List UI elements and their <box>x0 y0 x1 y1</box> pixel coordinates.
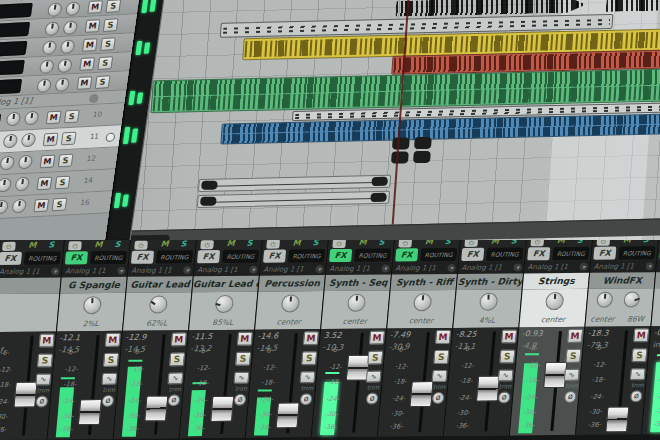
power-icon[interactable]: ⏻ <box>68 241 82 250</box>
volume-knob[interactable] <box>47 2 63 17</box>
phase-button[interactable]: ø <box>300 393 313 405</box>
fader-cap[interactable] <box>276 402 300 428</box>
track-name-box[interactable] <box>0 3 33 19</box>
routing-button[interactable]: ROUTING <box>420 248 457 261</box>
power-icon[interactable]: ⏻ <box>266 240 280 249</box>
volume-knob[interactable] <box>24 111 40 126</box>
input-row[interactable]: Analog 1 [1▾ <box>260 263 327 276</box>
strip-name[interactable]: Guitar Lead <box>126 276 193 293</box>
volume-knob[interactable] <box>60 39 76 54</box>
mute-button[interactable]: M <box>46 111 62 125</box>
trim-envelope-button[interactable]: ∿ <box>167 372 183 384</box>
mute-button[interactable]: M <box>79 57 95 71</box>
item-dark-wave-2[interactable] <box>606 0 660 12</box>
mute-button[interactable]: M <box>85 19 101 33</box>
mute-button[interactable]: M <box>237 332 253 346</box>
solo-button[interactable]: S <box>97 56 113 70</box>
phase-button[interactable]: ø <box>564 391 577 403</box>
input-dropdown-icon[interactable]: ▾ <box>51 267 60 275</box>
strip-name[interactable]: Synth - Dirty <box>457 273 524 290</box>
routing-button[interactable]: ROUTING <box>90 251 127 264</box>
volume-knob[interactable] <box>11 199 27 214</box>
strip-name[interactable]: Strings <box>523 273 590 290</box>
mute-button[interactable]: M <box>39 333 55 347</box>
fx-button[interactable]: FX <box>65 251 88 264</box>
track-name-box[interactable] <box>0 22 30 38</box>
item-envelope-1[interactable] <box>198 175 391 192</box>
routing-button[interactable]: ROUTING <box>156 250 193 263</box>
fx-button[interactable]: FX <box>395 248 418 261</box>
strip-name[interactable]: Percussion <box>258 275 325 292</box>
fader-cap[interactable] <box>144 395 168 421</box>
pan-knob[interactable] <box>0 178 12 193</box>
input-dropdown-icon[interactable]: ▾ <box>183 266 192 274</box>
pan-knob[interactable] <box>83 296 103 314</box>
trim-envelope-button[interactable]: ∿ <box>498 369 514 381</box>
volume-knob[interactable] <box>0 156 15 171</box>
width-knob[interactable] <box>623 291 640 307</box>
routing-button[interactable]: ROUTING <box>288 249 325 262</box>
solo-button[interactable]: S <box>103 353 119 367</box>
mute-button[interactable]: M <box>40 155 56 169</box>
fx-button[interactable]: FX <box>197 250 220 263</box>
pan-knob[interactable] <box>39 59 55 74</box>
input-dropdown-icon[interactable]: ▾ <box>315 265 324 273</box>
mute-button[interactable]: M <box>87 0 103 14</box>
power-icon[interactable]: ⏻ <box>398 240 412 248</box>
volume-knob[interactable] <box>36 78 52 93</box>
routing-button[interactable]: ROUTING <box>552 247 589 260</box>
mute-button[interactable]: M <box>33 199 49 213</box>
phase-button[interactable]: ø <box>630 390 643 402</box>
mute-button[interactable]: M <box>82 38 98 52</box>
solo-button[interactable]: S <box>100 37 116 51</box>
phase-button[interactable]: ø <box>167 394 180 406</box>
pan-knob[interactable] <box>347 294 367 312</box>
fader-cap[interactable] <box>78 399 102 425</box>
trim-envelope-button[interactable]: ∿ <box>630 368 646 380</box>
mute-button[interactable]: M <box>369 331 385 345</box>
pan-knob[interactable] <box>215 295 235 313</box>
pan-knob[interactable] <box>149 295 169 313</box>
input-row[interactable]: Analog 1 [1▾ <box>326 263 393 276</box>
volume-knob[interactable] <box>41 40 57 55</box>
input-row[interactable]: Analog 1 [1▾ <box>656 260 660 273</box>
trim-envelope-button[interactable]: ∿ <box>35 373 51 385</box>
pan-knob[interactable] <box>62 20 78 35</box>
pan-knob[interactable] <box>14 177 30 192</box>
pan-knob[interactable] <box>281 294 301 312</box>
solo-button[interactable]: S <box>301 351 317 365</box>
mute-button[interactable]: M <box>105 333 121 347</box>
solo-button[interactable]: S <box>55 176 71 190</box>
trim-envelope-button[interactable]: ∿ <box>299 371 315 383</box>
mute-button[interactable]: M <box>171 332 187 346</box>
solo-button[interactable]: S <box>64 110 80 124</box>
input-dropdown-icon[interactable]: ▾ <box>447 264 456 272</box>
input-row[interactable]: Analog 1 [1▾ <box>392 262 459 275</box>
solo-button[interactable]: S <box>499 349 515 363</box>
pan-knob[interactable] <box>2 134 18 149</box>
phase-button[interactable]: ø <box>35 395 48 407</box>
mute-button[interactable]: M <box>77 76 93 90</box>
input-row[interactable]: Analog 1 [1▾ <box>62 265 129 278</box>
solo-button[interactable]: S <box>565 349 581 363</box>
input-dropdown-icon[interactable]: ▾ <box>645 262 654 270</box>
phase-button[interactable]: ø <box>432 392 445 404</box>
power-icon[interactable]: ⏻ <box>2 242 16 251</box>
phase-button[interactable]: ø <box>498 391 511 403</box>
input-dropdown-icon[interactable]: ▾ <box>513 263 522 271</box>
power-icon[interactable]: ⏻ <box>200 240 214 249</box>
strip-name[interactable]: G Spangle <box>60 277 127 294</box>
volume-knob[interactable] <box>54 77 70 92</box>
trim-envelope-button[interactable]: ∿ <box>366 371 382 383</box>
solo-button[interactable]: S <box>61 132 77 146</box>
input-dropdown-icon[interactable]: ▾ <box>579 263 588 271</box>
solo-button[interactable]: S <box>367 351 383 365</box>
strip-name[interactable]: Solo - G <box>655 272 660 289</box>
phase-button[interactable]: ø <box>101 395 114 407</box>
fx-button[interactable]: FX <box>0 252 22 265</box>
mute-button[interactable]: M <box>43 133 59 147</box>
strip-name[interactable] <box>0 277 62 294</box>
solo-button[interactable]: S <box>433 350 449 364</box>
routing-button[interactable]: ROUTING <box>24 251 61 264</box>
input-row[interactable]: Analog 1 [1▾ <box>194 264 261 277</box>
